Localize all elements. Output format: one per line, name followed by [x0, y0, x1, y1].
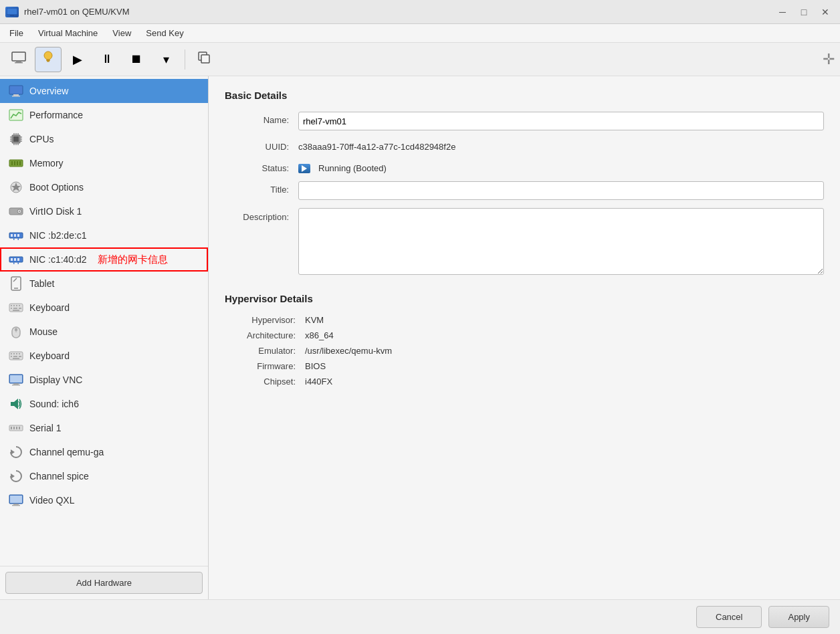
- svg-rect-32: [19, 161, 21, 165]
- toolbar-play-button[interactable]: ▶: [64, 47, 91, 72]
- sidebar-item-overview-label: Overview: [29, 86, 68, 96]
- svg-rect-31: [17, 161, 18, 165]
- keyboard2-icon: [8, 348, 24, 364]
- sidebar-item-display-vnc[interactable]: Display VNC: [0, 368, 208, 392]
- sidebar-item-keyboard2-label: Keyboard: [29, 350, 70, 361]
- titlebar-left: rhel7-vm01 on QEMU/KVM: [5, 7, 130, 17]
- minimize-button[interactable]: ─: [773, 3, 792, 21]
- pause-icon: ⏸: [101, 52, 113, 66]
- sidebar-item-cpus[interactable]: CPUs: [0, 127, 208, 151]
- sidebar-item-channel-spice[interactable]: Channel spice: [0, 464, 208, 488]
- status-text: Running (Booted): [318, 163, 387, 173]
- cancel-button[interactable]: Cancel: [696, 606, 762, 628]
- sidebar-item-video-qxl[interactable]: Video QXL: [0, 488, 208, 512]
- architecture-label: Architecture:: [225, 330, 305, 340]
- sidebar-item-performance-label: Performance: [29, 110, 83, 120]
- disk-icon: [8, 203, 24, 219]
- svg-rect-58: [11, 308, 12, 309]
- name-label: Name:: [225, 112, 298, 125]
- sidebar-item-virtio-disk[interactable]: VirtIO Disk 1: [0, 199, 208, 223]
- svg-rect-46: [17, 258, 19, 261]
- svg-marker-79: [14, 399, 18, 409]
- memory-icon: [8, 155, 24, 171]
- svg-rect-1: [10, 15, 14, 16]
- menu-view[interactable]: View: [106, 26, 138, 40]
- sidebar-item-memory[interactable]: Memory: [0, 151, 208, 175]
- svg-rect-73: [13, 358, 19, 359]
- firmware-value: BIOS: [305, 361, 326, 371]
- toolbar-dropdown-button[interactable]: ▾: [152, 47, 179, 72]
- menubar: File Virtual Machine View Send Key: [0, 24, 840, 43]
- sidebar-item-boot-options-label: Boot Options: [29, 182, 84, 193]
- menu-send-key[interactable]: Send Key: [139, 26, 190, 40]
- sidebar-item-performance[interactable]: Performance: [0, 103, 208, 127]
- sidebar-item-overview[interactable]: Overview: [0, 79, 208, 103]
- svg-rect-75: [10, 375, 22, 383]
- sidebar-item-nic-c1[interactable]: NIC :c1:40:d2 新增的网卡信息: [0, 247, 208, 272]
- svg-rect-90: [12, 505, 20, 506]
- chipset-value: i440FX: [305, 377, 332, 387]
- window-controls: ─ □ ✕: [773, 3, 835, 21]
- close-button[interactable]: ✕: [816, 3, 835, 21]
- emulator-value: /usr/libexec/qemu-kvm: [305, 346, 392, 356]
- svg-rect-41: [13, 238, 15, 240]
- sidebar-item-display-vnc-label: Display VNC: [29, 375, 82, 385]
- toolbar-stop-button[interactable]: ⏹: [123, 47, 150, 72]
- description-label: Description:: [225, 208, 298, 222]
- keyboard1-icon: [8, 300, 24, 316]
- svg-rect-48: [18, 262, 19, 264]
- sidebar-item-mouse[interactable]: Mouse: [0, 320, 208, 344]
- svg-point-5: [44, 51, 52, 60]
- sidebar-item-sound[interactable]: Sound: ich6: [0, 392, 208, 416]
- svg-rect-61: [13, 310, 19, 311]
- hypervisor-details-title: Hypervisor Details: [225, 293, 824, 304]
- sidebar-list: Overview Performance: [0, 76, 208, 566]
- sidebar-item-channel-qemu-ga[interactable]: Channel qemu-ga: [0, 440, 208, 464]
- emulator-row: Emulator: /usr/libexec/qemu-kvm: [225, 346, 824, 356]
- svg-rect-55: [16, 305, 17, 306]
- svg-rect-3: [16, 61, 21, 62]
- firmware-label: Firmware:: [225, 361, 305, 371]
- emulator-label: Emulator:: [225, 346, 305, 356]
- chipset-row: Chipset: i440FX: [225, 377, 824, 387]
- sidebar-item-tablet[interactable]: Tablet: [0, 272, 208, 296]
- channel-spice-icon: [8, 468, 24, 484]
- hypervisor-section: Hypervisor Details Hypervisor: KVM Archi…: [225, 293, 824, 387]
- maximize-button[interactable]: □: [795, 3, 813, 21]
- toolbar: ▶ ⏸ ⏹ ▾ ✛: [0, 43, 840, 76]
- menu-file[interactable]: File: [3, 26, 30, 40]
- toolbar-pause-button[interactable]: ⏸: [94, 47, 120, 72]
- svg-rect-44: [11, 258, 13, 261]
- sidebar-item-keyboard2[interactable]: Keyboard: [0, 344, 208, 368]
- sidebar-item-boot-options[interactable]: Boot Options: [0, 175, 208, 199]
- title-input[interactable]: [298, 181, 824, 200]
- overview-icon: [8, 83, 24, 99]
- description-textarea[interactable]: [298, 208, 824, 275]
- toolbar-separator: [185, 49, 185, 70]
- cpu-icon: [8, 131, 24, 147]
- menu-virtual-machine[interactable]: Virtual Machine: [31, 26, 104, 40]
- svg-rect-68: [16, 353, 17, 354]
- description-input-wrap: [298, 208, 824, 277]
- apply-button[interactable]: Apply: [768, 606, 829, 628]
- sidebar-item-keyboard1[interactable]: Keyboard: [0, 296, 208, 320]
- sidebar-item-memory-label: Memory: [29, 158, 64, 169]
- svg-rect-30: [14, 161, 15, 165]
- sidebar-item-channel-qemu-ga-label: Channel qemu-ga: [29, 447, 104, 457]
- name-input[interactable]: [298, 112, 824, 130]
- hypervisor-row: Hypervisor: KVM: [225, 315, 824, 325]
- architecture-value: x86_64: [305, 330, 334, 340]
- toolbar-lightbulb-button[interactable]: [35, 47, 62, 72]
- add-hardware-button[interactable]: Add Hardware: [5, 572, 203, 594]
- toolbar-clone-button[interactable]: [191, 47, 217, 72]
- svg-rect-69: [19, 353, 20, 354]
- svg-rect-67: [13, 353, 15, 354]
- sidebar-item-nic-b2[interactable]: NIC :b2:de:c1: [0, 223, 208, 247]
- toolbar-monitor-button[interactable]: [5, 47, 32, 72]
- uuid-value: c38aaa91-70ff-4a12-a77c-1cd482948f2e: [298, 138, 455, 152]
- name-input-wrap: [298, 112, 824, 130]
- description-row: Description:: [225, 208, 824, 277]
- svg-rect-40: [17, 234, 19, 237]
- sidebar-item-serial1[interactable]: Serial 1: [0, 416, 208, 440]
- svg-marker-86: [11, 473, 15, 479]
